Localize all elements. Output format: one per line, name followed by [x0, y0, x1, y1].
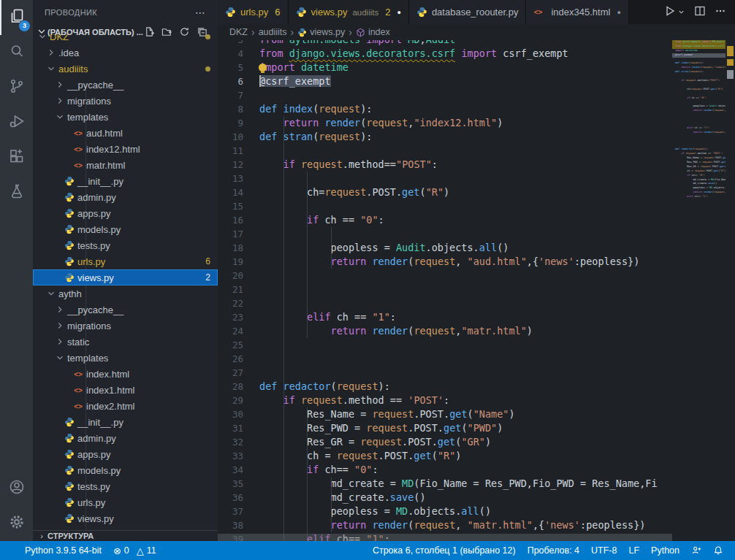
lightbulb-icon[interactable] — [259, 64, 267, 72]
code-line-20[interactable]: 20 — [218, 269, 672, 283]
code-line-7[interactable]: 7 — [218, 88, 672, 102]
tree-item-models-py[interactable]: models.py — [33, 462, 218, 478]
breadcrumb-item-dkz[interactable]: DKZ — [229, 27, 248, 37]
breadcrumb-item-index[interactable]: index — [356, 27, 390, 37]
more-actions-icon[interactable]: ⋯ — [195, 7, 206, 18]
code-line-18[interactable]: 18 peopless = Audit.objects.all() — [218, 241, 672, 255]
tree-item--idea[interactable]: .idea — [33, 45, 218, 61]
activity-item-explorer[interactable]: 3 — [0, 0, 33, 35]
overview-ruler[interactable] — [726, 40, 735, 541]
code-line-8[interactable]: 8def index(request): — [218, 102, 672, 116]
code-line-9[interactable]: 9 return render(request,"index12.html") — [218, 116, 672, 130]
tree-item-admin-py[interactable]: admin.py — [33, 189, 218, 205]
tree-item-migrations[interactable]: migrations — [33, 93, 218, 109]
tree-item-tests-py[interactable]: tests.py — [33, 237, 218, 253]
code-line-31[interactable]: 31 Res_PWD = request.POST.get("PWD") — [218, 421, 672, 435]
code-editor[interactable]: 3from aythh.models import MD,Audit4from … — [218, 40, 735, 541]
code-line-34[interactable]: 34 if ch== "0": — [218, 463, 672, 477]
tree-item-dkz[interactable]: DKZ — [33, 34, 218, 45]
status-indentation[interactable]: Пробелов: 4 — [522, 541, 585, 560]
activity-item-extensions[interactable] — [0, 140, 33, 175]
code-line-19[interactable]: 19 return render(request, "aud.html",{'n… — [218, 255, 672, 269]
code-line-15[interactable]: 15 — [218, 199, 672, 213]
tree-item-templates[interactable]: templates — [33, 350, 218, 366]
code-line-23[interactable]: 23 elif ch == "1": — [218, 310, 672, 324]
tree-item-views-py[interactable]: views.py — [33, 510, 218, 526]
horizontal-scrollbar[interactable] — [218, 534, 672, 541]
tree-item-index2-html[interactable]: <>index2.html — [33, 398, 218, 414]
code-line-36[interactable]: 36 md_create.save() — [218, 491, 672, 505]
tree-item-apps-py[interactable]: apps.py — [33, 205, 218, 221]
breadcrumb-item-audiiits[interactable]: audiiits — [259, 27, 287, 37]
tree-item-tests-py[interactable]: tests.py — [33, 478, 218, 494]
code-line-35[interactable]: 35 md_create = MD(Fio_Name = Res_PWD,Fio… — [218, 477, 672, 491]
breadcrumb-item-views-py[interactable]: views.py — [297, 27, 345, 37]
tree-item-apps-py[interactable]: apps.py — [33, 446, 218, 462]
tree-item-aud-html[interactable]: <>aud.html — [33, 125, 218, 141]
tree-item-index-html[interactable]: <>index.html — [33, 366, 218, 382]
status-problems[interactable]: ⊗0△11 — [107, 541, 162, 560]
tab-views-py[interactable]: views.pyaudiiits2● — [289, 0, 409, 24]
code-line-22[interactable]: 22 — [218, 296, 672, 310]
code-line-28[interactable]: 28def redactor(request): — [218, 380, 672, 394]
split-editor-icon[interactable] — [694, 5, 706, 20]
tree-item-urls-py[interactable]: urls.py — [33, 494, 218, 510]
status-feedback[interactable] — [685, 541, 707, 560]
tree-item-static[interactable]: static — [33, 334, 218, 350]
activity-item-testing[interactable] — [0, 175, 33, 210]
tree-item-admin-py[interactable]: admin.py — [33, 430, 218, 446]
tree-item-aythh[interactable]: aythh — [33, 285, 218, 302]
tab-urls-py[interactable]: urls.py6 — [218, 0, 289, 24]
tree-item-views-py[interactable]: views.py2 — [33, 269, 218, 285]
code-line-38[interactable]: 38 return render(request, "matr.html",{'… — [218, 518, 672, 532]
code-line-14[interactable]: 14 ch=request.POST.get("R") — [218, 185, 672, 199]
code-line-33[interactable]: 33 ch = request.POST.get("R") — [218, 449, 672, 463]
status-notifications[interactable] — [707, 541, 729, 560]
status-language-mode[interactable]: Python — [645, 541, 685, 560]
code-line-30[interactable]: 30 Res_Name = request.POST.get("Name") — [218, 407, 672, 421]
status-cursor-position[interactable]: Строка 6, столбец 1 (выбрано 12) — [367, 541, 522, 560]
code-line-32[interactable]: 32 Res_GR = request.POST.get("GR") — [218, 435, 672, 449]
tree-item-audiiits[interactable]: audiiits — [33, 61, 218, 77]
tree-item-urls-py[interactable]: urls.py6 — [33, 253, 218, 269]
tree-item-migrations[interactable]: migrations — [33, 318, 218, 334]
tab-index345-html[interactable]: <>index345.html● — [526, 0, 628, 24]
activity-item-account[interactable] — [0, 471, 33, 506]
status-eol[interactable]: LF — [622, 541, 645, 560]
tree-item--pycache-[interactable]: __pycache__ — [33, 302, 218, 318]
code-line-11[interactable]: 11 — [218, 144, 672, 158]
code-line-25[interactable]: 25 — [218, 338, 672, 352]
activity-item-settings[interactable] — [0, 506, 33, 541]
code-line-13[interactable]: 13 — [218, 172, 672, 185]
outline-section-header[interactable]: › СТРУКТУРА — [33, 530, 218, 541]
tree-item--pycache-[interactable]: __pycache__ — [33, 77, 218, 93]
code-line-37[interactable]: 37 peopless = MD.objects.all() — [218, 505, 672, 518]
tree-item--init-py[interactable]: __init__.py — [33, 173, 218, 189]
run-button[interactable] — [664, 5, 685, 20]
code-line-26[interactable]: 26 — [218, 352, 672, 366]
code-line-12[interactable]: 12 if request.method=="POST": — [218, 158, 672, 172]
tree-item-models-py[interactable]: models.py — [33, 221, 218, 237]
code-line-24[interactable]: 24 return render(request,"matr.html") — [218, 324, 672, 338]
status-python-interpreter[interactable]: Python 3.9.5 64-bit — [19, 541, 107, 560]
activity-item-source-control[interactable] — [0, 70, 33, 105]
tree-item-index1-html[interactable]: <>index1.html — [33, 382, 218, 398]
activity-item-run-and-debug[interactable] — [0, 105, 33, 140]
tree-item-index12-html[interactable]: <>index12.html — [33, 141, 218, 157]
code-line-3[interactable]: 3from aythh.models import MD,Audit — [218, 40, 672, 47]
code-line-29[interactable]: 29 if request.method == 'POST': — [218, 394, 672, 407]
code-line-4[interactable]: 4from django.views.decorators.csrf impor… — [218, 47, 672, 61]
more-actions-icon[interactable] — [715, 5, 726, 20]
tree-item-matr-html[interactable]: <>matr.html — [33, 157, 218, 173]
code-line-16[interactable]: 16 if ch == "0": — [218, 213, 672, 227]
code-line-5[interactable]: 5import datetime — [218, 61, 672, 74]
tab-database-roouter-py[interactable]: database_roouter.py — [409, 0, 527, 24]
activity-item-search[interactable] — [0, 35, 33, 70]
code-line-21[interactable]: 21 — [218, 283, 672, 296]
code-line-17[interactable]: 17 — [218, 227, 672, 241]
status-encoding[interactable]: UTF-8 — [585, 541, 622, 560]
code-line-10[interactable]: 10def stran(request): — [218, 130, 672, 144]
tree-item-templates[interactable]: templates — [33, 109, 218, 125]
minimap[interactable]: from aythh.models import MD,Auditfrom dj… — [672, 40, 726, 541]
code-line-6[interactable]: 6@csrf_exempt — [218, 74, 672, 88]
